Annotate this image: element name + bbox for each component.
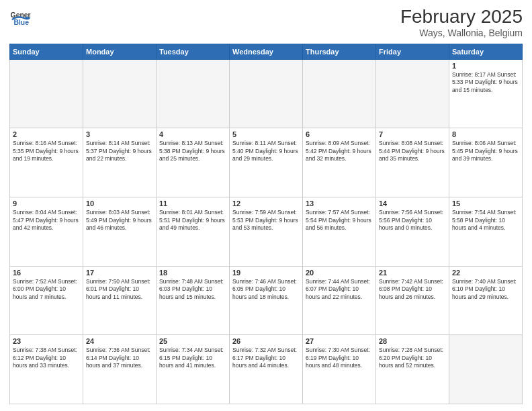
day-number: 19: [232, 269, 300, 277]
day-info: Sunrise: 7:59 AM Sunset: 5:53 PM Dayligh…: [232, 209, 300, 232]
calendar-cell: 19Sunrise: 7:46 AM Sunset: 6:05 PM Dayli…: [230, 266, 303, 335]
day-info: Sunrise: 7:32 AM Sunset: 6:17 PM Dayligh…: [232, 347, 300, 369]
day-info: Sunrise: 8:14 AM Sunset: 5:37 PM Dayligh…: [86, 140, 153, 163]
calendar-cell: 22Sunrise: 7:40 AM Sunset: 6:10 PM Dayli…: [449, 266, 523, 335]
calendar-cell: 11Sunrise: 8:01 AM Sunset: 5:51 PM Dayli…: [157, 197, 230, 267]
day-number: 9: [13, 199, 80, 208]
day-number: 11: [159, 199, 226, 208]
calendar-cell: 8Sunrise: 8:06 AM Sunset: 5:45 PM Daylig…: [449, 128, 523, 197]
calendar-cell: 6Sunrise: 8:09 AM Sunset: 5:42 PM Daylig…: [303, 128, 376, 197]
day-number: 15: [452, 199, 519, 208]
weekday-header-friday: Friday: [376, 44, 449, 59]
day-info: Sunrise: 7:30 AM Sunset: 6:19 PM Dayligh…: [306, 347, 373, 369]
calendar-cell: 5Sunrise: 8:11 AM Sunset: 5:40 PM Daylig…: [230, 128, 303, 197]
day-info: Sunrise: 8:08 AM Sunset: 5:44 PM Dayligh…: [379, 140, 446, 163]
week-row-4: 23Sunrise: 7:38 AM Sunset: 6:12 PM Dayli…: [10, 335, 523, 404]
calendar-cell: [449, 335, 523, 404]
title-block: February 2025 Ways, Wallonia, Belgium: [400, 7, 523, 38]
day-info: Sunrise: 7:46 AM Sunset: 6:05 PM Dayligh…: [232, 278, 300, 301]
calendar-cell: 7Sunrise: 8:08 AM Sunset: 5:44 PM Daylig…: [376, 128, 449, 197]
day-number: 10: [86, 199, 153, 208]
day-number: 18: [159, 269, 226, 277]
day-info: Sunrise: 8:13 AM Sunset: 5:38 PM Dayligh…: [159, 140, 226, 163]
calendar-cell: 2Sunrise: 8:16 AM Sunset: 5:35 PM Daylig…: [10, 128, 83, 197]
day-number: 4: [159, 130, 226, 138]
page: General Blue February 2025 Ways, Walloni…: [0, 0, 532, 411]
weekday-header-sunday: Sunday: [10, 44, 83, 59]
calendar-cell: 16Sunrise: 7:52 AM Sunset: 6:00 PM Dayli…: [10, 266, 83, 335]
day-info: Sunrise: 8:11 AM Sunset: 5:40 PM Dayligh…: [232, 140, 300, 163]
day-info: Sunrise: 7:54 AM Sunset: 5:58 PM Dayligh…: [452, 209, 519, 232]
day-number: 16: [13, 269, 80, 277]
day-info: Sunrise: 7:34 AM Sunset: 6:15 PM Dayligh…: [159, 347, 226, 369]
calendar-cell: 12Sunrise: 7:59 AM Sunset: 5:53 PM Dayli…: [230, 197, 303, 267]
day-number: 27: [306, 337, 373, 345]
day-number: 8: [452, 130, 519, 138]
calendar-cell: 18Sunrise: 7:48 AM Sunset: 6:03 PM Dayli…: [157, 266, 230, 335]
calendar-cell: [376, 59, 449, 128]
day-info: Sunrise: 8:04 AM Sunset: 5:47 PM Dayligh…: [13, 209, 80, 232]
week-row-1: 2Sunrise: 8:16 AM Sunset: 5:35 PM Daylig…: [10, 128, 523, 197]
weekday-header-wednesday: Wednesday: [230, 44, 303, 59]
day-info: Sunrise: 8:17 AM Sunset: 5:33 PM Dayligh…: [452, 71, 519, 94]
logo: General Blue: [9, 7, 31, 28]
day-info: Sunrise: 7:57 AM Sunset: 5:54 PM Dayligh…: [306, 209, 373, 232]
day-number: 1: [452, 62, 519, 70]
calendar-cell: 1Sunrise: 8:17 AM Sunset: 5:33 PM Daylig…: [449, 59, 523, 128]
day-number: 20: [306, 269, 373, 277]
day-info: Sunrise: 7:28 AM Sunset: 6:20 PM Dayligh…: [379, 347, 446, 369]
day-number: 3: [86, 130, 153, 138]
svg-text:Blue: Blue: [13, 19, 29, 26]
calendar-cell: 28Sunrise: 7:28 AM Sunset: 6:20 PM Dayli…: [376, 335, 449, 404]
week-row-2: 9Sunrise: 8:04 AM Sunset: 5:47 PM Daylig…: [10, 197, 523, 267]
calendar-cell: 13Sunrise: 7:57 AM Sunset: 5:54 PM Dayli…: [303, 197, 376, 267]
logo-icon: General Blue: [9, 7, 31, 28]
weekday-header-tuesday: Tuesday: [157, 44, 230, 59]
calendar-cell: 17Sunrise: 7:50 AM Sunset: 6:01 PM Dayli…: [83, 266, 157, 335]
weekday-header-row: SundayMondayTuesdayWednesdayThursdayFrid…: [10, 44, 523, 59]
day-info: Sunrise: 7:40 AM Sunset: 6:10 PM Dayligh…: [452, 278, 519, 301]
calendar-cell: [303, 59, 376, 128]
day-number: 6: [306, 130, 373, 138]
calendar-cell: 10Sunrise: 8:03 AM Sunset: 5:49 PM Dayli…: [83, 197, 157, 267]
day-info: Sunrise: 8:09 AM Sunset: 5:42 PM Dayligh…: [306, 140, 373, 163]
calendar-cell: 3Sunrise: 8:14 AM Sunset: 5:37 PM Daylig…: [83, 128, 157, 197]
day-number: 22: [452, 269, 519, 277]
day-info: Sunrise: 8:06 AM Sunset: 5:45 PM Dayligh…: [452, 140, 519, 163]
day-number: 17: [86, 269, 153, 277]
day-info: Sunrise: 8:03 AM Sunset: 5:49 PM Dayligh…: [86, 209, 153, 232]
calendar-cell: 21Sunrise: 7:42 AM Sunset: 6:08 PM Dayli…: [376, 266, 449, 335]
day-number: 7: [379, 130, 446, 138]
calendar-cell: [83, 59, 157, 128]
day-number: 28: [379, 337, 446, 345]
day-number: 24: [86, 337, 153, 345]
calendar-title: February 2025: [400, 7, 523, 28]
weekday-header-monday: Monday: [83, 44, 157, 59]
week-row-0: 1Sunrise: 8:17 AM Sunset: 5:33 PM Daylig…: [10, 59, 523, 128]
day-info: Sunrise: 7:48 AM Sunset: 6:03 PM Dayligh…: [159, 278, 226, 301]
calendar-cell: 23Sunrise: 7:38 AM Sunset: 6:12 PM Dayli…: [10, 335, 83, 404]
day-info: Sunrise: 7:56 AM Sunset: 5:56 PM Dayligh…: [379, 209, 446, 232]
calendar-cell: 24Sunrise: 7:36 AM Sunset: 6:14 PM Dayli…: [83, 335, 157, 404]
calendar-table: SundayMondayTuesdayWednesdayThursdayFrid…: [9, 44, 523, 404]
calendar-cell: 9Sunrise: 8:04 AM Sunset: 5:47 PM Daylig…: [10, 197, 83, 267]
calendar-cell: [157, 59, 230, 128]
calendar-cell: 15Sunrise: 7:54 AM Sunset: 5:58 PM Dayli…: [449, 197, 523, 267]
weekday-header-saturday: Saturday: [449, 44, 523, 59]
calendar-subtitle: Ways, Wallonia, Belgium: [400, 28, 523, 38]
day-info: Sunrise: 7:42 AM Sunset: 6:08 PM Dayligh…: [379, 278, 446, 301]
day-number: 25: [159, 337, 226, 345]
day-info: Sunrise: 8:16 AM Sunset: 5:35 PM Dayligh…: [13, 140, 80, 163]
header: General Blue February 2025 Ways, Walloni…: [9, 7, 523, 38]
day-info: Sunrise: 8:01 AM Sunset: 5:51 PM Dayligh…: [159, 209, 226, 232]
day-number: 21: [379, 269, 446, 277]
calendar-cell: [230, 59, 303, 128]
calendar-cell: 25Sunrise: 7:34 AM Sunset: 6:15 PM Dayli…: [157, 335, 230, 404]
calendar-cell: 14Sunrise: 7:56 AM Sunset: 5:56 PM Dayli…: [376, 197, 449, 267]
calendar-cell: 26Sunrise: 7:32 AM Sunset: 6:17 PM Dayli…: [230, 335, 303, 404]
day-info: Sunrise: 7:50 AM Sunset: 6:01 PM Dayligh…: [86, 278, 153, 301]
day-info: Sunrise: 7:36 AM Sunset: 6:14 PM Dayligh…: [86, 347, 153, 369]
day-number: 12: [232, 199, 300, 208]
calendar-cell: 20Sunrise: 7:44 AM Sunset: 6:07 PM Dayli…: [303, 266, 376, 335]
day-info: Sunrise: 7:38 AM Sunset: 6:12 PM Dayligh…: [13, 347, 80, 369]
